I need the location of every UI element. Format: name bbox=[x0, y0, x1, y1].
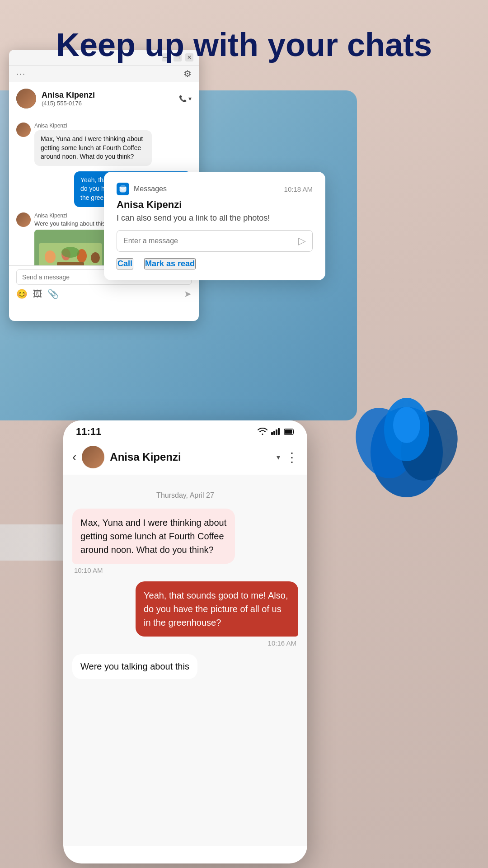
message-timestamp: 10:16 AM bbox=[136, 639, 298, 647]
svg-rect-20 bbox=[285, 429, 292, 434]
message-bubble: Max, Yuna and I were thinking about gett… bbox=[34, 130, 152, 166]
toast-time: 10:18 AM bbox=[284, 185, 313, 193]
phone-message-row: Yeah, that sounds good to me! Also, do y… bbox=[72, 581, 298, 647]
phone-contact-avatar bbox=[82, 446, 104, 468]
call-button[interactable]: 📞 ▾ bbox=[179, 95, 192, 102]
blue-flower-decoration bbox=[339, 362, 474, 497]
phone-status-bar: 11:11 bbox=[63, 420, 307, 441]
phone-message-bubble: Yeah, that sounds good to me! Also, do y… bbox=[136, 581, 298, 637]
toast-app-icon bbox=[117, 183, 129, 195]
toast-message: I can also send you a link to all the ph… bbox=[117, 213, 313, 223]
contact-header: Anisa Kipenzi (415) 555-0176 📞 ▾ bbox=[9, 82, 199, 115]
svg-rect-15 bbox=[273, 431, 275, 435]
more-options-button[interactable]: ⋮ bbox=[286, 450, 298, 465]
toast-call-button[interactable]: Call bbox=[117, 258, 133, 269]
phone-message-bubble: Max, Yuna and I were thinking about gett… bbox=[72, 509, 235, 564]
dropdown-chevron-icon[interactable]: ▾ bbox=[277, 453, 280, 462]
toast-app-name: Messages bbox=[134, 185, 167, 193]
wifi-icon bbox=[258, 427, 267, 437]
image-icon[interactable]: 🖼 bbox=[33, 289, 42, 299]
sender-avatar bbox=[16, 212, 31, 227]
phone-chat-header: ‹ Anisa Kipenzi ▾ ⋮ bbox=[63, 441, 307, 475]
phone-message-bubble: Were you talking about this bbox=[72, 654, 197, 679]
contact-name: Anisa Kipenzi bbox=[42, 90, 174, 100]
attachment-icon[interactable]: 📎 bbox=[47, 288, 59, 299]
toast-actions: Call Mark as read bbox=[117, 258, 313, 269]
svg-point-13 bbox=[393, 407, 420, 443]
svg-rect-17 bbox=[278, 428, 280, 435]
toast-sender: Anisa Kipenzi bbox=[117, 199, 313, 211]
svg-rect-16 bbox=[276, 429, 277, 435]
chat-image bbox=[34, 230, 107, 269]
phone-chat-area: Thursday, April 27 Max, Yuna and I were … bbox=[63, 475, 307, 846]
phone-message-row: Max, Yuna and I were thinking about gett… bbox=[72, 509, 298, 574]
message-timestamp: 10:10 AM bbox=[72, 566, 235, 574]
phone-message-row: Were you talking about this bbox=[72, 654, 298, 679]
contact-avatar bbox=[16, 89, 36, 108]
message-meta: Anisa Kipenzi bbox=[34, 123, 152, 129]
send-icons: 😊 🖼 📎 ➤ bbox=[16, 288, 192, 299]
svg-rect-19 bbox=[293, 430, 294, 433]
page-title: Keep up with your chats bbox=[0, 27, 488, 63]
toast-send-icon[interactable]: ▷ bbox=[298, 235, 306, 247]
sender-avatar bbox=[16, 123, 31, 137]
phone-status-icons bbox=[258, 427, 295, 437]
toast-input-row: ▷ bbox=[117, 230, 313, 252]
toast-app-info: Messages bbox=[117, 183, 167, 195]
date-divider: Thursday, April 27 bbox=[72, 491, 298, 500]
signal-icon bbox=[271, 427, 280, 437]
menu-dots-icon[interactable]: ··· bbox=[16, 69, 26, 79]
message-row: Anisa Kipenzi Max, Yuna and I were think… bbox=[16, 123, 192, 166]
phone-time: 11:11 bbox=[76, 426, 101, 438]
toast-reply-input[interactable] bbox=[123, 237, 294, 245]
battery-icon bbox=[284, 427, 295, 437]
emoji-icon[interactable]: 😊 bbox=[16, 288, 28, 299]
send-button[interactable]: ➤ bbox=[184, 288, 192, 299]
window-menu-bar: ··· ⚙ bbox=[9, 66, 199, 82]
phone-frame: 11:11 bbox=[63, 420, 307, 863]
settings-icon[interactable]: ⚙ bbox=[183, 68, 192, 79]
svg-point-2 bbox=[45, 250, 56, 263]
svg-rect-14 bbox=[271, 432, 273, 435]
toast-notification: Messages 10:18 AM Anisa Kipenzi I can al… bbox=[104, 172, 325, 280]
toast-header: Messages 10:18 AM bbox=[117, 183, 313, 195]
contact-phone: (415) 555-0176 bbox=[42, 100, 174, 107]
back-button[interactable]: ‹ bbox=[72, 450, 76, 464]
phone-contact-name: Anisa Kipenzi bbox=[110, 451, 271, 463]
svg-point-7 bbox=[61, 247, 80, 258]
svg-point-5 bbox=[91, 252, 100, 263]
contact-info: Anisa Kipenzi (415) 555-0176 bbox=[42, 90, 174, 107]
toast-mark-read-button[interactable]: Mark as read bbox=[144, 258, 196, 269]
